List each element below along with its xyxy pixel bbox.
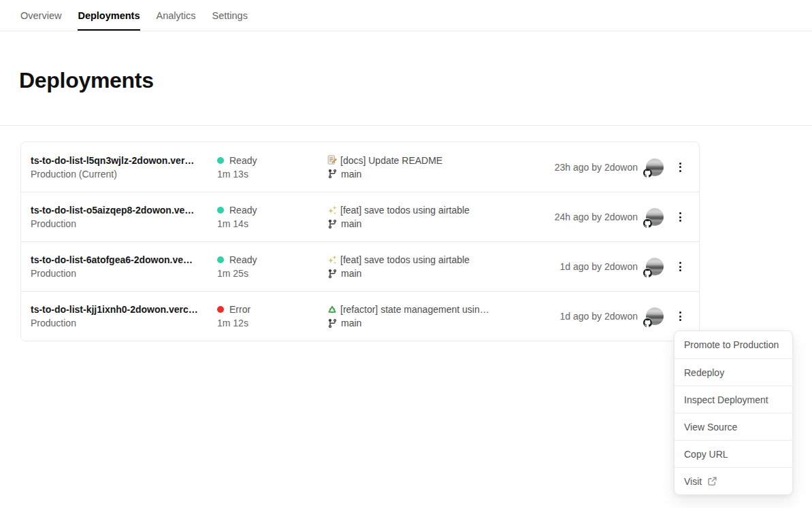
- status-text: Ready: [229, 203, 257, 217]
- menu-item-inspect-deployment[interactable]: Inspect Deployment: [675, 386, 792, 413]
- status-dot-ready: [217, 256, 224, 263]
- branch-name: main: [341, 316, 361, 330]
- github-badge-icon: [643, 318, 652, 327]
- deployment-meta: 1d ago by 2dowon: [560, 261, 638, 272]
- menu-item-copy-url[interactable]: Copy URL: [675, 440, 792, 467]
- row-actions-menu-button[interactable]: [672, 158, 688, 176]
- status-text: Error: [229, 303, 250, 316]
- tab-deployments[interactable]: Deployments: [78, 0, 140, 31]
- git-branch-icon: [327, 219, 338, 229]
- branch-name: main: [341, 267, 361, 280]
- sparkles-emoji: [327, 255, 338, 265]
- avatar: [646, 158, 664, 176]
- deployment-url[interactable]: ts-to-do-list-l5qn3wjlz-2dowon.ver…: [31, 154, 217, 167]
- deployment-url[interactable]: ts-to-do-list-kjj1ixnh0-2dowon.verc…: [31, 303, 217, 316]
- recycle-emoji: [327, 305, 338, 315]
- avatar: [646, 307, 664, 325]
- build-duration: 1m 12s: [217, 316, 327, 330]
- menu-item-view-source[interactable]: View Source: [675, 413, 792, 440]
- avatar: [646, 208, 664, 226]
- tab-analytics[interactable]: Analytics: [157, 0, 196, 31]
- build-duration: 1m 14s: [217, 217, 327, 231]
- row-actions-menu-button[interactable]: [672, 307, 688, 325]
- deployment-environment: Production (Current): [31, 167, 217, 181]
- git-branch-icon: [327, 269, 338, 279]
- github-badge-icon: [643, 268, 652, 277]
- project-tab-bar: Overview Deployments Analytics Settings: [0, 0, 812, 31]
- deployment-context-menu: Promote to Production Redeploy Inspect D…: [674, 331, 793, 495]
- deployment-row[interactable]: ts-to-do-list-6atofgea6-2dowon.ve… Produ…: [21, 241, 699, 291]
- git-branch-icon: [327, 318, 338, 328]
- status-dot-ready: [217, 207, 224, 214]
- deployment-environment: Production: [31, 267, 217, 280]
- deployment-environment: Production: [31, 217, 217, 231]
- status-text: Ready: [229, 253, 257, 267]
- status-dot-error: [217, 306, 224, 313]
- avatar: [646, 258, 664, 275]
- tab-settings[interactable]: Settings: [212, 0, 248, 31]
- deployment-url[interactable]: ts-to-do-list-6atofgea6-2dowon.ve…: [31, 253, 217, 267]
- row-actions-menu-button[interactable]: [672, 258, 688, 275]
- status-text: Ready: [229, 154, 257, 167]
- menu-item-visit-label: Visit: [684, 476, 702, 487]
- commit-message: [feat] save todos using airtable: [340, 253, 470, 267]
- deployments-list: ts-to-do-list-l5qn3wjlz-2dowon.ver… Prod…: [20, 141, 700, 341]
- git-branch-icon: [327, 169, 338, 179]
- deployment-meta: 23h ago by 2dowon: [555, 162, 638, 173]
- commit-message: [refactor] state management usin…: [340, 303, 489, 316]
- page-title: Deployments: [19, 67, 812, 94]
- deployment-environment: Production: [31, 316, 217, 330]
- memo-emoji: [327, 155, 338, 165]
- deployment-row[interactable]: ts-to-do-list-kjj1ixnh0-2dowon.verc… Pro…: [21, 291, 699, 341]
- deployment-url[interactable]: ts-to-do-list-o5aizqep8-2dowon.ve…: [31, 203, 217, 217]
- branch-name: main: [341, 167, 361, 181]
- commit-message: [feat] save todos using airtable: [340, 203, 470, 217]
- deployment-row[interactable]: ts-to-do-list-o5aizqep8-2dowon.ve… Produ…: [21, 192, 699, 241]
- menu-item-visit[interactable]: Visit: [675, 467, 792, 494]
- tab-overview[interactable]: Overview: [20, 0, 61, 31]
- build-duration: 1m 13s: [217, 167, 327, 181]
- deployment-meta: 24h ago by 2dowon: [555, 211, 638, 222]
- branch-name: main: [341, 217, 361, 231]
- github-badge-icon: [643, 218, 652, 228]
- menu-item-promote-to-production[interactable]: Promote to Production: [675, 331, 792, 358]
- status-dot-ready: [217, 157, 224, 164]
- deployment-row[interactable]: ts-to-do-list-l5qn3wjlz-2dowon.ver… Prod…: [21, 142, 699, 192]
- row-actions-menu-button[interactable]: [672, 208, 688, 226]
- commit-message: [docs] Update README: [340, 154, 442, 167]
- github-badge-icon: [643, 169, 652, 178]
- header-divider: [0, 125, 812, 126]
- external-link-icon: [707, 476, 717, 486]
- sparkles-emoji: [327, 205, 338, 216]
- build-duration: 1m 25s: [217, 267, 327, 280]
- deployment-meta: 1d ago by 2dowon: [560, 311, 638, 322]
- menu-item-redeploy[interactable]: Redeploy: [675, 358, 792, 386]
